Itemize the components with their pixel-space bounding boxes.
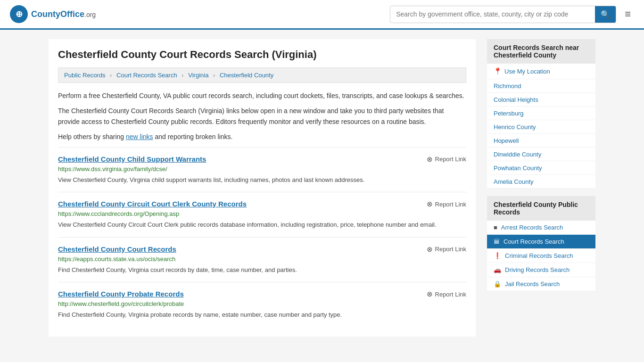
- header-right: 🔍 ≡: [390, 6, 635, 23]
- sidebar-public-records-section: Chesterfield County Public Records ■ Arr…: [487, 196, 595, 291]
- result-url[interactable]: https://www.dss.virginia.gov/family/dcse…: [58, 165, 466, 173]
- sidebar-item-powhatan[interactable]: Powhatan County: [487, 161, 595, 175]
- breadcrumb-sep-3: ›: [213, 72, 215, 79]
- sidebar-item-criminal[interactable]: ❗ Criminal Records Search: [487, 249, 595, 263]
- menu-button[interactable]: ≡: [621, 6, 635, 22]
- court-icon: 🏛: [494, 238, 500, 245]
- new-links-link[interactable]: new links: [126, 133, 153, 140]
- breadcrumb-sep-1: ›: [110, 72, 112, 79]
- breadcrumb-public-records[interactable]: Public Records: [64, 72, 105, 79]
- svg-text:⊕: ⊕: [16, 9, 23, 19]
- description-1: Perform a free Chesterfield County, VA p…: [58, 90, 466, 101]
- breadcrumb-chesterfield[interactable]: Chesterfield County: [220, 72, 273, 79]
- sidebar: Court Records Search near Chesterfield C…: [487, 39, 595, 337]
- use-location-item[interactable]: 📍 Use My Location: [487, 64, 595, 79]
- sidebar-nearby-header: Court Records Search near Chesterfield C…: [487, 39, 595, 64]
- breadcrumb-virginia[interactable]: Virginia: [188, 72, 208, 79]
- logo-text: CountyOffice.org: [31, 9, 96, 19]
- result-url[interactable]: http://www.chesterfield.gov/circuitclerk…: [58, 300, 466, 307]
- breadcrumb-court-records[interactable]: Court Records Search: [116, 72, 177, 79]
- result-url[interactable]: https://eapps.courts.state.va.us/ocis/se…: [58, 255, 466, 263]
- sidebar-item-dinwiddie[interactable]: Dinwiddie County: [487, 148, 595, 161]
- report-label: Report Link: [435, 156, 466, 163]
- results-list: Chesterfield County Child Support Warran…: [58, 147, 466, 327]
- sidebar-item-amelia[interactable]: Amelia County: [487, 175, 595, 189]
- jail-icon: 🔒: [494, 280, 501, 288]
- report-label: Report Link: [435, 201, 466, 208]
- page-title: Chesterfield County Court Records Search…: [58, 49, 466, 61]
- result-header: Chesterfield County Child Support Warran…: [58, 155, 466, 164]
- report-icon: ⊗: [427, 290, 433, 298]
- result-item: Chesterfield County Probate Records ⊗ Re…: [58, 282, 466, 327]
- sidebar-item-colonial-heights[interactable]: Colonial Heights: [487, 93, 595, 107]
- report-link[interactable]: ⊗ Report Link: [427, 290, 466, 298]
- report-icon: ⊗: [427, 155, 433, 164]
- result-item: Chesterfield County Court Records ⊗ Repo…: [58, 237, 466, 282]
- result-desc: View Chesterfield County Circuit Court C…: [58, 220, 466, 230]
- report-link[interactable]: ⊗ Report Link: [427, 200, 466, 208]
- site-header: ⊕ CountyOffice.org 🔍 ≡: [0, 0, 644, 30]
- arrest-icon: ■: [494, 224, 497, 231]
- result-title[interactable]: Chesterfield County Circuit Court Clerk …: [58, 200, 247, 208]
- report-link[interactable]: ⊗ Report Link: [427, 245, 466, 254]
- content-area: Chesterfield County Court Records Search…: [49, 39, 476, 337]
- use-location-link[interactable]: Use My Location: [504, 68, 550, 75]
- result-item: Chesterfield County Circuit Court Clerk …: [58, 192, 466, 237]
- result-desc: Find Chesterfield County, Virginia proba…: [58, 310, 466, 320]
- breadcrumb-sep-2: ›: [182, 72, 183, 79]
- description-3: Help others by sharing new links and rep…: [58, 132, 466, 142]
- description-3-pre: Help others by sharing: [58, 133, 126, 140]
- description-3-post: and reporting broken links.: [153, 133, 233, 140]
- result-title[interactable]: Chesterfield County Probate Records: [58, 290, 184, 298]
- location-pin-icon: 📍: [494, 67, 502, 75]
- search-button[interactable]: 🔍: [595, 6, 616, 23]
- sidebar-nearby-list: Richmond Colonial Heights Petersburg Hen…: [487, 79, 595, 189]
- sidebar-item-richmond[interactable]: Richmond: [487, 79, 595, 93]
- report-label: Report Link: [435, 246, 466, 253]
- result-desc: View Chesterfield County, Virginia child…: [58, 175, 466, 185]
- report-icon: ⊗: [427, 200, 433, 208]
- report-icon: ⊗: [427, 245, 433, 254]
- logo-icon: ⊕: [9, 5, 28, 24]
- report-label: Report Link: [435, 291, 466, 298]
- sidebar-item-court[interactable]: 🏛 Court Records Search: [487, 235, 595, 249]
- sidebar-item-henrico[interactable]: Henrico County: [487, 120, 595, 134]
- search-input[interactable]: [390, 7, 595, 22]
- result-item: Chesterfield County Child Support Warran…: [58, 147, 466, 192]
- driving-icon: 🚗: [494, 266, 501, 273]
- main-container: Chesterfield County Court Records Search…: [39, 30, 605, 346]
- report-link[interactable]: ⊗ Report Link: [427, 155, 466, 164]
- result-header: Chesterfield County Court Records ⊗ Repo…: [58, 245, 466, 254]
- search-bar: 🔍: [390, 6, 616, 23]
- result-url[interactable]: https://www.ccclandrecords.org/Opening.a…: [58, 210, 466, 217]
- sidebar-item-petersburg[interactable]: Petersburg: [487, 107, 595, 120]
- sidebar-item-driving[interactable]: 🚗 Driving Records Search: [487, 263, 595, 277]
- result-header: Chesterfield County Probate Records ⊗ Re…: [58, 290, 466, 298]
- result-header: Chesterfield County Circuit Court Clerk …: [58, 200, 466, 208]
- sidebar-public-records-header: Chesterfield County Public Records: [487, 196, 595, 221]
- result-title[interactable]: Chesterfield County Child Support Warran…: [58, 155, 206, 163]
- sidebar-item-hopewell[interactable]: Hopewell: [487, 134, 595, 148]
- breadcrumb: Public Records › Court Records Search › …: [58, 67, 466, 83]
- sidebar-nearby-section: Court Records Search near Chesterfield C…: [487, 39, 595, 189]
- result-title[interactable]: Chesterfield County Court Records: [58, 245, 176, 253]
- description-2: The Chesterfield County Court Records Se…: [58, 106, 466, 127]
- sidebar-item-jail[interactable]: 🔒 Jail Records Search: [487, 277, 595, 291]
- criminal-icon: ❗: [494, 252, 501, 259]
- logo-area: ⊕ CountyOffice.org: [9, 5, 96, 24]
- result-desc: Find Chesterfield County, Virginia court…: [58, 265, 466, 275]
- sidebar-item-arrest[interactable]: ■ Arrest Records Search: [487, 221, 595, 235]
